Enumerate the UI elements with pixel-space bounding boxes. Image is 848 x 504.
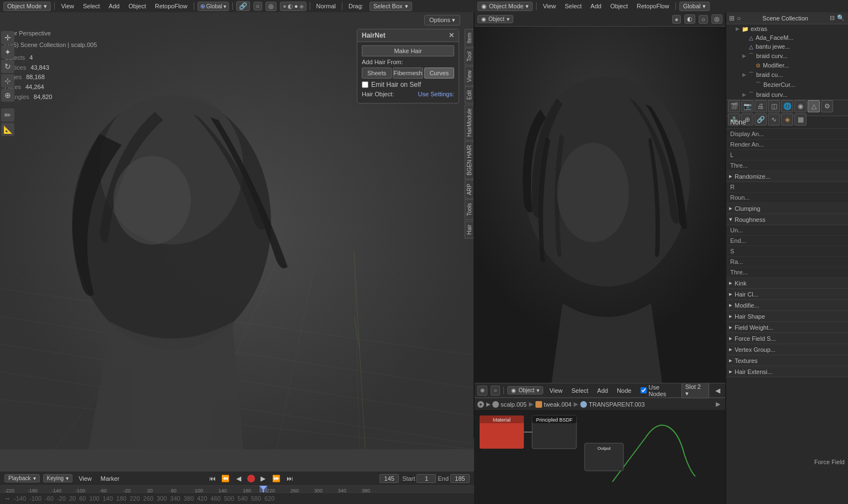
tab-tools[interactable]: Tools — [465, 199, 474, 220]
constraints-icon[interactable]: 🔗 — [755, 113, 767, 126]
ne-object-mode[interactable]: ◉ Object ▾ — [507, 386, 543, 394]
make-hair-btn[interactable]: Make Hair — [362, 45, 454, 56]
slot-dropdown[interactable]: Slot 2 ▾ — [681, 383, 710, 398]
textures-section[interactable]: ▸ Textures — [726, 355, 848, 366]
hair-shape-section[interactable]: ▸ Hair Shape — [726, 311, 848, 322]
tree-braid3[interactable]: ▶ ⌒ braid curv... — [739, 90, 848, 100]
playback-dropdown[interactable]: Playback ▾ — [4, 474, 40, 482]
use-nodes-checkbox[interactable] — [641, 387, 647, 393]
add-menu-right[interactable]: Add — [588, 2, 605, 11]
play-btn[interactable]: ▶ — [258, 474, 268, 484]
ne-icon2[interactable]: ○ — [491, 386, 501, 396]
clumping-section[interactable]: ▸ Clumping — [726, 203, 848, 214]
render-icon[interactable]: 📷 — [741, 100, 753, 112]
object-mode-dropdown[interactable]: Object Mode ▾ — [3, 2, 51, 11]
node-editor-canvas[interactable]: Material Principled BSDF Output — [474, 410, 726, 504]
right-viewport-canvas[interactable] — [474, 12, 726, 383]
end-frame[interactable]: 185 — [450, 474, 470, 483]
shading-btns[interactable]: ● ◐ ● ◈ — [280, 2, 306, 11]
cursor-tool[interactable]: ✛ — [1, 31, 14, 44]
xray-btn[interactable]: ◎ — [266, 2, 277, 11]
annotate-tool[interactable]: ✏ — [1, 108, 14, 122]
sheets-btn[interactable]: Sheets — [362, 67, 392, 79]
rotate-tool[interactable]: ↻ — [1, 60, 14, 73]
tree-ada[interactable]: △ Ada_FaceM... — [739, 33, 848, 42]
texture-icon[interactable]: ▦ — [794, 113, 807, 126]
retopoflow-menu-right[interactable]: RetopoFlow — [634, 2, 672, 11]
tab-bgen-hair[interactable]: BGEN HAIR — [465, 141, 474, 179]
record-btn[interactable] — [247, 475, 255, 482]
object-mode-dropdown-right[interactable]: ◉ Object Mode ▾ — [477, 2, 533, 11]
select-menu-left[interactable]: Select — [80, 2, 103, 11]
view-menu-right[interactable]: View — [540, 2, 559, 11]
vertex-group-section[interactable]: ▸ Vertex Group... — [726, 344, 848, 355]
jump-start-btn[interactable]: ⏮ — [207, 474, 217, 484]
transform-tool[interactable]: ⊕ — [1, 89, 14, 102]
move-tool[interactable]: ✦ — [1, 45, 14, 59]
tab-edit[interactable]: Edit — [465, 86, 474, 103]
data-icon[interactable]: ∿ — [768, 113, 780, 126]
tab-item[interactable]: Item — [465, 29, 474, 47]
options-button[interactable]: Options ▾ — [424, 15, 460, 25]
fibermesh-btn[interactable]: Fibermesh — [393, 67, 423, 79]
xray-r[interactable]: ◎ — [711, 14, 722, 24]
retopoflow-menu-left[interactable]: RetopoFlow — [152, 2, 190, 11]
ne-select[interactable]: Select — [569, 386, 591, 395]
tree-braid1[interactable]: ▶ ⌒ braid curv... — [739, 51, 848, 61]
object-props-icon[interactable]: △ — [808, 100, 820, 112]
object-menu-left[interactable]: Object — [126, 2, 149, 11]
transform-dropdown[interactable]: ⊕ Global ▾ — [197, 2, 229, 11]
step-back-btn[interactable]: ⏪ — [221, 474, 231, 484]
overlay-r[interactable]: ○ — [699, 15, 708, 24]
sc-icon2[interactable]: ○ — [737, 14, 741, 22]
sc-search[interactable]: 🔍 — [837, 14, 845, 22]
tree-modifier[interactable]: ⚙ Modifier... — [746, 61, 848, 70]
start-frame[interactable]: 1 — [417, 474, 436, 483]
randomize-section[interactable]: ▸ Randomize... — [726, 171, 848, 182]
global-right[interactable]: Global ▾ — [679, 2, 710, 11]
output-icon[interactable]: 🖨 — [755, 100, 767, 112]
ne-icon1[interactable]: ⊕ — [477, 386, 487, 396]
ne-add[interactable]: Add — [595, 386, 611, 395]
hair-cl-section[interactable]: ▸ Hair Cl... — [726, 289, 848, 300]
tree-bezier[interactable]: ⌒ BezierCur... — [746, 80, 848, 90]
material-icon[interactable]: ◈ — [781, 113, 793, 126]
current-frame[interactable]: 145 — [379, 474, 399, 483]
ne-expand-btn[interactable]: ◀ — [712, 386, 722, 396]
breadcrumb-transparent[interactable]: TRANSPARENT.003 — [580, 401, 644, 408]
view-layer-icon[interactable]: ◫ — [768, 100, 780, 112]
jump-end-btn[interactable]: ⏭ — [285, 474, 295, 484]
marker-menu[interactable]: Marker — [98, 474, 122, 483]
ne-node[interactable]: Node — [614, 386, 634, 395]
normal-mode[interactable]: Normal — [314, 2, 339, 11]
emit-hair-checkbox[interactable] — [362, 81, 368, 88]
sc-icon1[interactable]: ⊞ — [729, 14, 735, 22]
scene-props-icon[interactable]: 🌐 — [781, 100, 793, 112]
tree-extras[interactable]: ▶ 📁 extras — [732, 24, 848, 33]
modified-section[interactable]: ▸ Modifie... — [726, 300, 848, 311]
modifier-props-icon[interactable]: ⚙ — [821, 100, 833, 112]
world-icon[interactable]: ◉ — [794, 100, 807, 112]
scene-icon[interactable]: 🎬 — [728, 100, 740, 112]
curves-btn[interactable]: Curves — [424, 67, 454, 79]
tree-braid2[interactable]: ▶ ⌒ braid cu... — [739, 70, 848, 80]
field-weight-section[interactable]: ▸ Field Weight... — [726, 322, 848, 333]
snapping-btn[interactable]: 🔗 — [236, 1, 250, 11]
shading-render[interactable]: ◐ — [684, 14, 695, 24]
breadcrumb-scalp[interactable]: ▶ scalp.005 — [486, 401, 527, 408]
play-back-btn[interactable]: ◀ — [234, 474, 244, 484]
hairnet-close[interactable]: ✕ — [449, 32, 454, 39]
select-menu-right[interactable]: Select — [562, 2, 585, 11]
expand-breadcrumb[interactable]: ▶ — [714, 400, 722, 409]
kink-section[interactable]: ▸ Kink — [726, 278, 848, 289]
sc-filter[interactable]: ⊟ — [830, 14, 835, 22]
object-menu-right[interactable]: Object — [607, 2, 631, 11]
object-mode-r[interactable]: ◉ Object ▾ — [477, 15, 513, 23]
shading-solid[interactable]: ● — [672, 15, 681, 24]
scale-tool[interactable]: ⊹ — [1, 74, 14, 87]
select-box-dropdown[interactable]: Select Box ▾ — [370, 2, 412, 11]
force-field-s-section[interactable]: ▸ Force Field S... — [726, 333, 848, 344]
tab-hair[interactable]: Hair — [465, 221, 474, 238]
ne-view[interactable]: View — [547, 386, 565, 395]
tab-arp[interactable]: ARP — [465, 180, 474, 199]
